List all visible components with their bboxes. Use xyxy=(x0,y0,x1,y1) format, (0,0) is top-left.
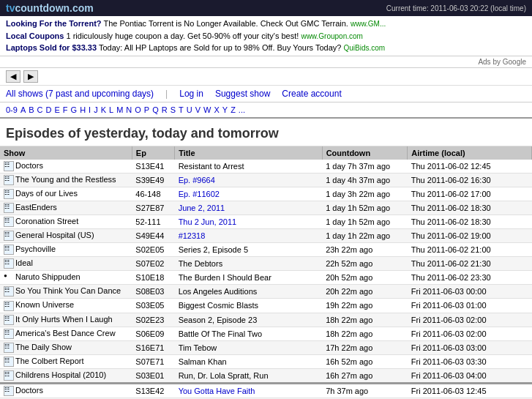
alpha-nav-item[interactable]: T xyxy=(179,105,184,114)
show-icon: ☷ xyxy=(4,315,14,325)
airtime-value: Thu 2011-06-02 12:45 xyxy=(408,160,532,174)
table-body-section1: ☷DoctorsS13E41Resistant to Arrest1 day 7… xyxy=(0,160,532,384)
airtime-value: Fri 2011-06-03 00:00 xyxy=(408,285,532,299)
alpha-nav-item[interactable]: M xyxy=(116,105,123,114)
table-row: ☷America's Best Dance CrewS06E09Battle O… xyxy=(0,327,532,340)
alpha-nav-item[interactable]: Q xyxy=(152,105,159,114)
episode-code: S06E09 xyxy=(132,327,174,340)
current-time-value: 2011-06-03 20:22 (local time) xyxy=(430,4,526,12)
page-title: Episodes of yesterday, today and tomorro… xyxy=(0,119,532,146)
alpha-nav-item[interactable]: 0-9 xyxy=(6,105,18,114)
ad-body-1: The Pontiac Torrent is No Longer Availab… xyxy=(103,19,348,28)
episode-title: Ep. #11602 xyxy=(175,187,323,201)
episode-title-link[interactable]: You Gotta Have Faith xyxy=(179,387,255,395)
alpha-nav-item[interactable]: G xyxy=(71,105,78,114)
airtime-value: Fri 2011-06-03 03:30 xyxy=(408,354,532,368)
alpha-nav-item[interactable]: Y xyxy=(222,105,228,114)
alpha-nav-item[interactable]: X xyxy=(214,105,219,114)
table-row: ☷Coronation Street52-111Thu 2 Jun, 20111… xyxy=(0,215,532,228)
episode-title: Thu 2 Jun, 2011 xyxy=(175,215,323,228)
countdown-value: 20h 22m ago xyxy=(322,285,408,299)
logo-cd: countdown.com xyxy=(15,2,93,14)
alpha-nav-item[interactable]: R xyxy=(162,105,168,114)
ad-link-1[interactable]: Looking For the Torrent? xyxy=(6,19,102,28)
alpha-nav-item[interactable]: L xyxy=(109,105,113,114)
alpha-nav-item[interactable]: O xyxy=(135,105,141,114)
alpha-nav-item[interactable]: E xyxy=(55,105,60,114)
countdown-value: 1 day 7h 37m ago xyxy=(322,160,408,174)
airtime-value: Fri 2011-06-03 01:00 xyxy=(408,299,532,313)
airtime-value: Thu 2011-06-02 18:30 xyxy=(408,215,532,228)
alpha-nav-item[interactable]: D xyxy=(46,105,52,114)
alpha-nav-item[interactable]: H xyxy=(80,105,86,114)
countdown-value: 22h 52m ago xyxy=(322,257,408,271)
alpha-nav-item[interactable]: S xyxy=(171,105,176,114)
episode-title-link[interactable]: Thu 2 Jun, 2011 xyxy=(179,217,237,226)
episode-title-link[interactable]: #12318 xyxy=(179,231,206,240)
alpha-nav-item[interactable]: J xyxy=(94,105,98,114)
alpha-nav-item[interactable]: F xyxy=(63,105,68,114)
show-name: The Daily Show xyxy=(15,343,72,351)
countdown-value: 1 day 3h 22m ago xyxy=(322,187,408,201)
countdown-value: 16h 27m ago xyxy=(322,368,408,383)
alpha-nav-item[interactable]: V xyxy=(195,105,201,114)
nav-next-button[interactable]: ▶ xyxy=(23,70,38,83)
episode-title: Resistant to Arrest xyxy=(175,160,323,174)
ad-suffix-1: www.GM... xyxy=(351,20,386,28)
countdown-value: 1 day 1h 22m ago xyxy=(322,228,408,242)
episode-title: The Burden I Should Bear xyxy=(175,271,323,285)
ad-row-2: Local Coupons 1 ridiculously huge coupon… xyxy=(6,30,526,42)
table-row: ☷General Hospital (US)S49E44#123181 day … xyxy=(0,228,532,242)
airtime-value: Fri 2011-06-03 12:45 xyxy=(408,384,532,398)
episode-title-link[interactable]: Ep. #9664 xyxy=(179,176,215,184)
alpha-nav-item[interactable]: W xyxy=(203,105,211,114)
alpha-nav-item[interactable]: ... xyxy=(239,105,245,114)
episode-title-link[interactable]: June 2, 2011 xyxy=(179,204,225,212)
countdown-value: 20h 52m ago xyxy=(322,271,408,285)
episode-title: Run, Dr. Lola Spratt, Run xyxy=(175,368,323,383)
airtime-value: Thu 2011-06-02 21:00 xyxy=(408,243,532,257)
header: tvcountdown.com Current time: 2011-06-03… xyxy=(0,0,532,16)
ad-link-2[interactable]: Local Coupons xyxy=(6,31,64,40)
suggest-link[interactable]: Suggest show xyxy=(215,89,270,99)
show-name: The Young and the Restless xyxy=(15,175,116,184)
all-shows-link[interactable]: All shows (7 past and upcoming days) xyxy=(6,89,154,99)
alpha-nav-item[interactable]: N xyxy=(126,105,132,114)
episode-code: S16E71 xyxy=(132,340,174,354)
nav-prev-button[interactable]: ◀ xyxy=(6,70,20,83)
alpha-nav-item[interactable]: P xyxy=(144,105,149,114)
countdown-value: 19h 22m ago xyxy=(322,299,408,313)
table-row: ☷It Only Hurts When I LaughS02E23Season … xyxy=(0,313,532,327)
episode-title: Salman Khan xyxy=(175,354,323,368)
create-link[interactable]: Create account xyxy=(282,89,341,99)
alpha-nav-item[interactable]: C xyxy=(37,105,43,114)
table-row: ☷The Young and the RestlessS39E49Ep. #96… xyxy=(0,173,532,187)
episode-code: S08E03 xyxy=(132,285,174,299)
airtime-value: Thu 2011-06-02 16:30 xyxy=(408,173,532,187)
alpha-nav-item[interactable]: B xyxy=(29,105,34,114)
episode-code: S02E23 xyxy=(132,313,174,327)
alpha-nav-item[interactable]: A xyxy=(20,105,26,114)
table-body-section2: ☷DoctorsS13E42You Gotta Have Faith7h 37m… xyxy=(0,384,532,400)
alpha-nav-item[interactable]: K xyxy=(101,105,106,114)
show-name: Doctors xyxy=(15,161,43,170)
show-name: The Colbert Report xyxy=(15,357,84,365)
alpha-nav-item[interactable]: Z xyxy=(231,105,236,114)
show-name: EastEnders xyxy=(15,203,57,212)
table-row: ☷IdealS07E02The Debtors22h 52m agoThu 20… xyxy=(0,257,532,271)
alpha-nav-item[interactable]: I xyxy=(89,105,91,114)
login-link[interactable]: Log in xyxy=(179,89,203,99)
episode-title-link[interactable]: Ep. #11602 xyxy=(179,190,220,198)
show-icon: ☷ xyxy=(4,175,14,185)
table-row: ☷Childrens Hospital (2010)S03E01Run, Dr.… xyxy=(0,368,532,383)
alpha-nav-item[interactable]: U xyxy=(187,105,192,114)
airtime-value: Thu 2011-06-02 19:00 xyxy=(408,228,532,242)
ad-link-3[interactable]: Laptops Sold for $33.33 xyxy=(6,43,97,52)
countdown-value: 16h 52m ago xyxy=(322,354,408,368)
current-time: Current time: 2011-06-03 20:22 (local ti… xyxy=(386,4,526,12)
airtime-value: Fri 2011-06-03 04:00 xyxy=(408,368,532,383)
ad-row-3: Laptops Sold for $33.33 Today: All HP La… xyxy=(6,42,526,54)
countdown-value: 18h 22m ago xyxy=(322,327,408,340)
alpha-nav: 0-9ABCDEFGHIJKLMNOPQRSTUVWXYZ... xyxy=(0,102,532,119)
logo: tvcountdown.com xyxy=(6,2,94,14)
